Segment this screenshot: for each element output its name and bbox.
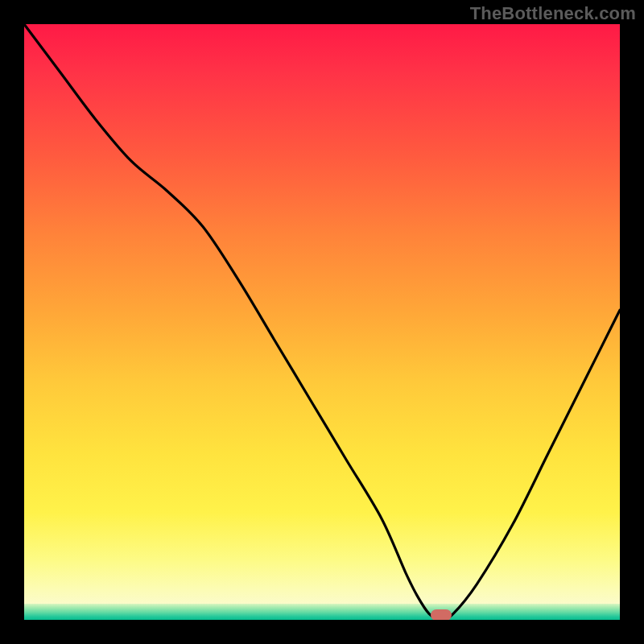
optimum-marker	[431, 609, 452, 620]
bottleneck-curve	[24, 24, 620, 620]
curve-svg	[24, 24, 620, 620]
watermark-text: TheBottleneck.com	[470, 3, 636, 24]
plot-area	[24, 24, 620, 620]
chart-frame: TheBottleneck.com	[0, 0, 644, 644]
